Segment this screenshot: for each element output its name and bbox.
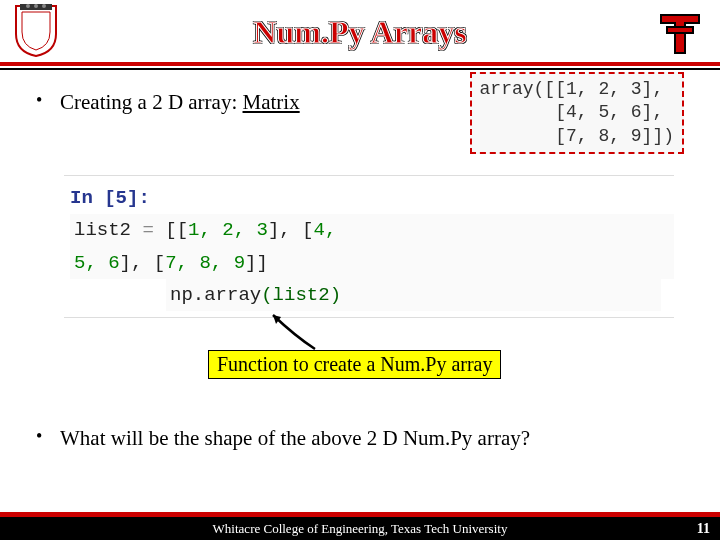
svg-point-1 [26,4,30,8]
svg-point-3 [42,4,46,8]
bullet-underlined: Matrix [243,90,300,114]
footer-text: Whitacre College of Engineering, Texas T… [213,521,508,537]
texas-tech-logo [654,6,706,58]
bullet-dot: • [36,90,60,111]
array-output-box: array([[1, 2, 3], [4, 5, 6], [7, 8, 9]]) [470,72,684,154]
output-line-1: array([[1, 2, 3], [480,78,674,101]
output-line-2: [4, 5, 6], [480,101,674,124]
bullet-prefix: Creating a 2 D array: [60,90,243,114]
page-number: 11 [697,521,710,537]
code-line-2: np.array(list2) [70,279,674,311]
svg-rect-9 [668,28,692,32]
svg-point-2 [34,4,38,8]
slide-body: • Creating a 2 D array: Matrix array([[1… [0,66,720,318]
slide-title: Num.Py Arrays [0,0,720,51]
output-line-3: [7, 8, 9]]) [480,125,674,148]
arrow-annotation [265,311,325,351]
input-prompt: In [5]: [70,182,166,214]
slide-header: Num.Py Arrays [0,0,720,66]
slide-footer: Whitacre College of Engineering, Texas T… [0,512,720,540]
code-cell: In [5]:list2 = [[1, 2, 3], [4, 5, 6], [7… [64,175,674,318]
code-line-1: In [5]:list2 = [[1, 2, 3], [4, 5, 6], [7… [70,182,674,279]
bullet-dot: • [36,426,60,451]
callout-label: Function to create a Num.Py array [208,350,501,379]
bullet-item-2: • What will be the shape of the above 2 … [36,426,684,451]
bullet-text-2: What will be the shape of the above 2 D … [60,426,530,451]
bullet-text: Creating a 2 D array: Matrix [60,90,300,115]
whitacre-shield-logo [14,4,58,58]
